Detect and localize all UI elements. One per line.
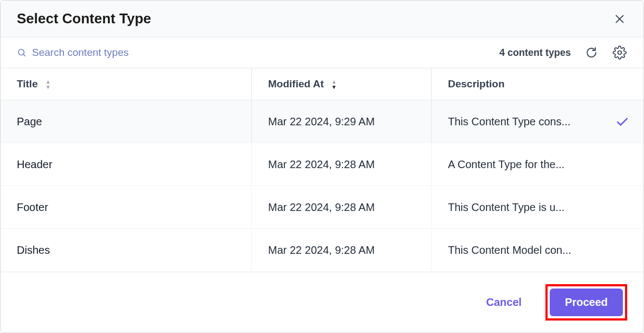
column-description-label: Description <box>448 78 505 90</box>
cell-title: Dishes <box>1 229 252 272</box>
svg-point-2 <box>18 49 24 55</box>
check-icon <box>615 114 629 129</box>
cell-description: This Content Type cons... <box>432 100 643 143</box>
table-header-row: Title ▲ ▼ Modified At ▲ ▼ Description <box>1 68 643 100</box>
close-button[interactable] <box>612 11 627 27</box>
column-header-title[interactable]: Title ▲ ▼ <box>1 68 252 100</box>
toolbar: 4 content types <box>1 37 643 68</box>
search-input[interactable] <box>32 47 227 59</box>
cell-modified: Mar 22 2024, 9:28 AM <box>252 143 432 185</box>
content-type-count: 4 content types <box>499 47 571 59</box>
modal-header: Select Content Type <box>1 1 643 37</box>
table-row[interactable]: HeaderMar 22 2024, 9:28 AMA Content Type… <box>1 143 643 186</box>
column-modified-label: Modified At <box>268 78 324 90</box>
column-header-description[interactable]: Description <box>432 68 643 100</box>
table-row[interactable]: FooterMar 22 2024, 9:28 AMThis Content T… <box>1 186 643 229</box>
proceed-highlight: Proceed <box>545 284 627 321</box>
search-icon <box>17 48 27 57</box>
cell-title: Footer <box>1 186 252 228</box>
cell-title: Header <box>1 143 252 185</box>
column-header-modified[interactable]: Modified At ▲ ▼ <box>252 68 432 100</box>
sort-icon: ▲ ▼ <box>331 79 337 89</box>
table-row[interactable]: DishesMar 22 2024, 9:28 AMThis Content M… <box>1 229 643 272</box>
toolbar-right: 4 content types <box>499 45 627 60</box>
table-body: PageMar 22 2024, 9:29 AMThis Content Typ… <box>1 100 643 272</box>
settings-button[interactable] <box>612 45 627 60</box>
refresh-icon <box>585 46 598 59</box>
svg-point-4 <box>618 51 622 55</box>
cell-modified: Mar 22 2024, 9:28 AM <box>252 229 432 272</box>
sort-icon: ▲ ▼ <box>45 79 51 89</box>
cancel-button[interactable]: Cancel <box>472 290 536 315</box>
select-content-type-modal: Select Content Type 4 content types <box>0 0 644 333</box>
cell-modified: Mar 22 2024, 9:28 AM <box>252 186 432 228</box>
cell-description: This Content Type is u... <box>432 186 643 228</box>
modal-footer: Cancel Proceed <box>1 272 643 332</box>
cell-description: This Content Model con... <box>432 229 643 272</box>
cell-modified: Mar 22 2024, 9:29 AM <box>252 100 432 143</box>
table-row[interactable]: PageMar 22 2024, 9:29 AMThis Content Typ… <box>1 100 643 143</box>
content-type-table: Title ▲ ▼ Modified At ▲ ▼ Description Pa… <box>1 68 643 272</box>
gear-icon <box>613 46 627 60</box>
refresh-button[interactable] <box>584 45 599 60</box>
column-title-label: Title <box>17 78 38 90</box>
svg-line-3 <box>23 54 25 56</box>
search-wrap <box>17 47 227 59</box>
cell-title: Page <box>1 100 252 143</box>
modal-title: Select Content Type <box>17 10 151 27</box>
close-icon <box>614 13 626 25</box>
proceed-button[interactable]: Proceed <box>550 289 623 316</box>
cell-description: A Content Type for the... <box>432 143 643 185</box>
